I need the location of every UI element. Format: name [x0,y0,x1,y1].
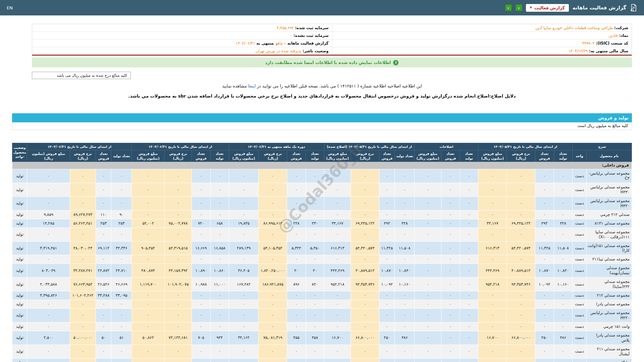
cell: ۱,۸۲۰,۲۵۰,۰۰۰ [259,264,287,278]
topbar: گزارش فعالیت ماهانه گزارش فعالیت ▼ › ‹ E… [0,0,644,15]
column-header: تعداد تولید [554,150,572,162]
previous-announcement-link[interactable]: اینجا [248,83,256,88]
column-header: نرخ فروش (ریال) [351,150,379,162]
column-header: تعداد فروش [379,150,395,162]
cell: ۰ [27,196,70,210]
cell: ۰ [441,169,460,183]
cell: ۰ [132,255,165,264]
cell: ۰ [379,169,395,183]
cell: ۰ [554,228,572,241]
info-icon: i [393,60,398,65]
cell: ۴۰,۸۸۹,۵۱۲ [507,264,535,278]
product-name-cell: مجموعه صندلي برليانس H۳۲۰ [587,196,632,210]
cell: ۰ [554,291,572,300]
cell: ۶۵۸ [210,219,229,228]
cell: تولید [12,291,27,300]
cell: ۰ [324,358,351,362]
column-header: تعداد فروش [287,150,306,162]
cell: ۵۰ [96,331,111,345]
signature-match-text: اطلاعات نمایش داده شده با اطلاعات امضا ش… [265,60,391,65]
cell: ۰ [192,345,210,358]
cell: ۰ [287,183,306,197]
cell: ۰ [165,183,192,197]
cell: ۰ [229,291,259,300]
cell: ۵۰,۸۶۲ [132,331,165,345]
cell: ۰ [96,345,111,358]
cell: ۰ [192,300,210,309]
cell: ۰ [441,331,460,345]
cell: ۰ [27,255,70,264]
monthly-report-icon[interactable] [630,4,637,12]
cell: دست [572,241,586,255]
cell: ۷۰۵ [192,331,210,345]
production-sales-section-bar: تولید و فروش [12,113,632,122]
cell: ۸۶,۹۹۵,۶۱۴ [259,219,287,228]
cell: ۹۵۲,۲۱۸ [478,278,507,291]
table-row: مجموعه صندلي برليانس H۳۲۰دست۰۰۰۰۰۰۰۰۰۰۰۰… [12,196,632,210]
cell: ۰ [324,210,351,219]
cell: ۰ [460,183,478,197]
cell: ۰ [507,345,535,358]
next-report-button[interactable]: › [516,4,522,11]
language-toggle[interactable]: EN [7,5,13,10]
cell: ۰ [507,183,535,197]
cell: ۰ [287,210,306,219]
cell: ۰ [441,308,460,322]
cell: ۰ [111,169,132,183]
column-group-6: از ابتدای سال مالی تا تاریخ ۱۴۰۳/۰۶/۳۱ [27,143,132,150]
cell: دست [572,219,586,228]
cell: ۰ [27,345,70,358]
cell: ۰ [324,322,351,331]
cell: ۰ [210,300,229,309]
cell: ۰ [287,255,306,264]
cell: ۰ [324,183,351,197]
cell: ۱۱,۵۰۸ [554,241,572,255]
cell: ۰ [229,322,259,331]
cell: ۱۰,۸۴۰ [395,264,415,278]
cell: ۳۴,۱۶۷ [324,219,351,228]
cell: ۰ [192,255,210,264]
cell: ۴۲۸ [395,219,415,228]
cell: ۰ [478,291,507,300]
table-row: مجموعه صندلي x۱۳۱دست۴۲۸۴۹۲۶۹,۴۴۵,۱۲۲۳۴,۱… [12,219,632,228]
cell: ۱۱,۵۰۸ [395,241,415,255]
product-name-cell: مجموعه صندلي پادرا پلاس [587,331,632,345]
cell: ۸۴۰ [306,278,324,291]
cell: ۰ [395,255,415,264]
cell: ۰ [460,278,478,291]
cell: ۰ [395,300,415,309]
product-name-cell: وانت ۱۵۱ چرمي [587,322,632,331]
cell: ۰ [210,322,229,331]
cell: ۰ [351,322,379,331]
symbol-field: نماد:خاذين [332,32,632,40]
cell: ۰ [441,264,460,278]
cell: ۳۴,۱۶۷ [478,219,507,228]
cell: ۱۶,۷۰۰ [324,331,351,345]
cell: دست [572,300,586,309]
prev-report-button[interactable]: ‹ [505,4,512,11]
cell: ۰ [395,210,415,219]
product-name-cell: مجموعه صندلي برليانس-C۳ [587,169,632,183]
cell: ۰ [478,183,507,197]
cell: ۰ [96,196,111,210]
cell: ۰ [415,345,441,358]
cell: ۶۹,۴۴۵,۱۲۲ [507,219,535,228]
report-type-dropdown[interactable]: گزارش فعالیت ▼ [526,4,569,12]
chevron-down-icon: ▼ [530,6,532,9]
product-name-cell: مجموعه صندلي ۱۵۱(وانت کارا) [587,241,632,255]
cell: ۹۴,۳۵۳,۷۴۶ [507,278,535,291]
cell: ۰ [96,169,111,183]
cell: ۰ [306,345,324,358]
cell: ۰ [27,169,70,183]
cell: ۰ [70,228,96,241]
cell: ۰ [441,183,460,197]
report-header-table: شرکت:طراحي وساخت قطعات داخلي خودرو سايپا… [32,24,632,56]
cell: ۰ [460,308,478,322]
cell: ۰ [210,183,229,197]
cell: ۰ [165,322,192,331]
cell: ۰ [441,300,460,309]
cell: ۳,۳۱۹,۴۵۱ [27,241,70,255]
cell: ۰ [70,196,96,210]
cell: ۰ [27,300,70,309]
cell: دست [572,308,586,322]
